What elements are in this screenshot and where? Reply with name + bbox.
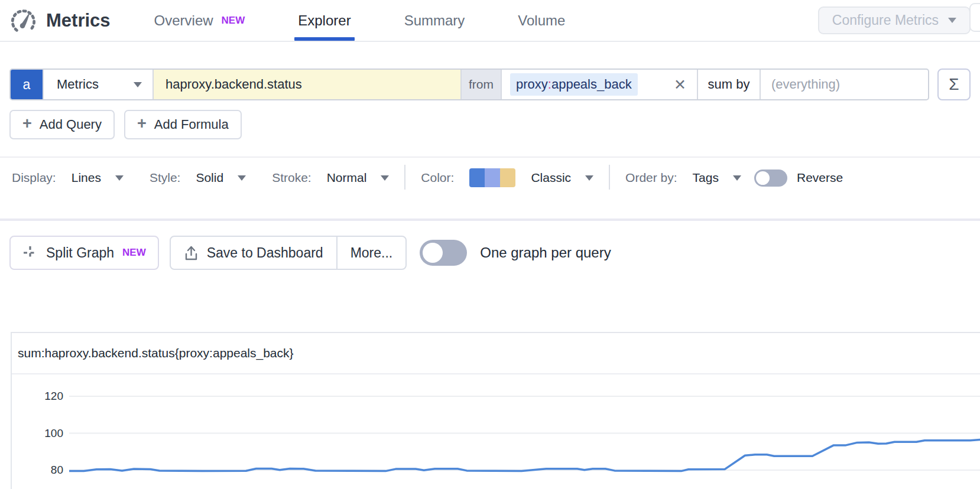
- tab-explorer[interactable]: Explorer: [298, 0, 351, 41]
- group-by-input[interactable]: (everything): [760, 70, 928, 99]
- metric-line-series: [69, 439, 980, 471]
- plus-icon: +: [137, 116, 147, 132]
- new-badge: NEW: [122, 247, 146, 259]
- y-axis-tick-label: 80: [30, 463, 63, 477]
- plus-icon: +: [22, 116, 32, 132]
- query-pill: a Metrics haproxy.backend.status from pr…: [9, 69, 929, 100]
- style-option: Style: Solid: [150, 165, 246, 191]
- graph-actions-row: Split Graph NEW Save to Dashboard More..…: [0, 236, 980, 270]
- palette-color-2: [485, 168, 500, 187]
- tab-volume[interactable]: Volume: [518, 0, 565, 41]
- close-icon[interactable]: ✕: [674, 76, 686, 93]
- active-tab-underline: [294, 37, 354, 41]
- style-dropdown[interactable]: Solid: [196, 171, 223, 185]
- display-options-bar: Display: Lines Style: Solid Stroke: Norm…: [0, 157, 980, 221]
- upload-icon: [184, 245, 199, 261]
- chevron-down-icon: [134, 82, 142, 87]
- divider: [609, 165, 610, 190]
- metric-name-input[interactable]: haproxy.backend.status: [152, 70, 460, 99]
- chevron-down-icon[interactable]: [733, 175, 741, 181]
- save-to-dashboard-button[interactable]: Save to Dashboard: [171, 237, 336, 269]
- save-more-button-group: Save to Dashboard More...: [170, 236, 407, 270]
- order-by-option: Order by: Tags Reverse: [625, 165, 843, 191]
- add-formula-button[interactable]: + Add Formula: [124, 110, 242, 139]
- toggle-knob: [423, 243, 443, 263]
- chevron-down-icon: [948, 18, 956, 23]
- order-by-dropdown[interactable]: Tags: [693, 171, 719, 185]
- color-dropdown[interactable]: Classic: [531, 171, 571, 185]
- sigma-function-button[interactable]: Σ: [937, 69, 971, 100]
- query-section: a Metrics haproxy.backend.status from pr…: [0, 42, 980, 139]
- display-option: Display: Lines: [12, 165, 124, 191]
- chart-panel: sum:haproxy.backend.status{proxy:appeals…: [11, 332, 980, 489]
- from-label: from: [460, 70, 501, 99]
- chevron-down-icon[interactable]: [381, 175, 389, 181]
- data-source-dropdown[interactable]: Metrics: [43, 70, 152, 99]
- color-palette-swatch[interactable]: [469, 168, 515, 187]
- split-graph-button[interactable]: Split Graph NEW: [9, 236, 159, 270]
- filter-input[interactable]: proxy:appeals_back ✕: [501, 70, 697, 99]
- palette-color-3: [500, 168, 515, 187]
- one-graph-per-query-label: One graph per query: [480, 244, 611, 261]
- reverse-label: Reverse: [797, 171, 843, 185]
- query-letter-badge: a: [11, 70, 43, 99]
- divider: [404, 165, 405, 190]
- chevron-down-icon[interactable]: [238, 175, 246, 181]
- nav-tabs: Overview NEW Explorer Summary Volume: [154, 0, 619, 41]
- partial-button[interactable]: [969, 3, 980, 32]
- more-button[interactable]: More...: [336, 237, 406, 269]
- palette-color-1: [469, 168, 485, 187]
- add-query-button[interactable]: + Add Query: [9, 110, 115, 139]
- y-axis-tick-label: 100: [30, 426, 63, 441]
- sum-by-label[interactable]: sum by: [697, 70, 760, 99]
- color-option: Color: Classic: [421, 165, 593, 191]
- stroke-dropdown[interactable]: Normal: [327, 171, 367, 185]
- top-nav: Metrics Overview NEW Explorer Summary Vo…: [0, 0, 980, 42]
- tab-summary[interactable]: Summary: [404, 0, 465, 41]
- tab-overview[interactable]: Overview NEW: [154, 0, 245, 41]
- page-title: Metrics: [46, 10, 111, 31]
- y-axis-tick-label: 120: [30, 389, 63, 403]
- display-dropdown[interactable]: Lines: [72, 171, 101, 185]
- chart-svg: [69, 374, 980, 489]
- configure-metrics-button[interactable]: Configure Metrics: [818, 6, 971, 34]
- chart-header: sum:haproxy.backend.status{proxy:appeals…: [12, 333, 980, 374]
- one-graph-per-query-toggle[interactable]: [420, 240, 467, 266]
- split-graph-icon: [22, 245, 38, 260]
- metrics-gauge-icon: [9, 6, 38, 35]
- new-badge: NEW: [222, 15, 245, 27]
- stroke-option: Stroke: Normal: [272, 165, 389, 191]
- chart-plot-area[interactable]: 12010080: [12, 374, 980, 489]
- query-row: a Metrics haproxy.backend.status from pr…: [9, 69, 971, 100]
- toggle-knob: [756, 171, 770, 185]
- reverse-toggle[interactable]: [754, 169, 787, 187]
- chevron-down-icon[interactable]: [585, 175, 593, 181]
- filter-tag-chip[interactable]: proxy:appeals_back: [510, 73, 638, 96]
- add-buttons-row: + Add Query + Add Formula: [9, 110, 971, 139]
- chevron-down-icon[interactable]: [115, 175, 124, 181]
- chart-title: sum:haproxy.backend.status{proxy:appeals…: [18, 346, 294, 360]
